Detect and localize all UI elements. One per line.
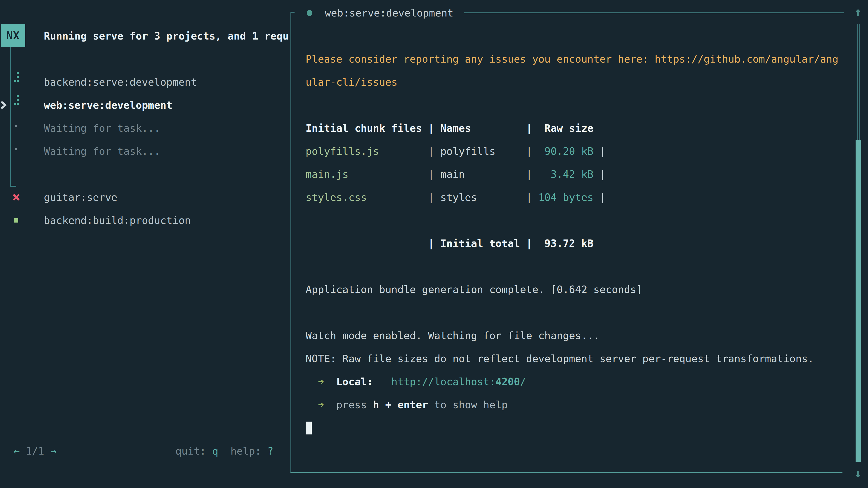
panel-border-left <box>290 12 291 473</box>
task-row[interactable]: backend:serve:development <box>0 70 290 94</box>
task-row[interactable]: Waiting for task... <box>0 117 290 140</box>
hint-label: help: <box>218 445 268 457</box>
task-row[interactable]: guitar:serve <box>0 186 290 209</box>
scroll-down-icon[interactable]: ↓ <box>853 467 863 480</box>
pending-dot-icon <box>15 148 17 150</box>
page-indicator: 1/1 <box>20 445 44 457</box>
spinner-icon <box>13 95 19 105</box>
terminal-output: Please consider reporting any issues you… <box>306 2 838 440</box>
nx-tui-screen: NX Running serve for 3 projects, and 1 r… <box>0 0 868 488</box>
task-label: backend:build:production <box>44 209 191 232</box>
page-next-icon[interactable]: → <box>44 445 57 457</box>
error-cross-icon <box>13 194 20 201</box>
hint-key: ? <box>267 445 273 457</box>
task-row[interactable]: web:serve:development <box>0 94 290 117</box>
hint-key: q <box>212 445 218 457</box>
pagination: ← 1/1 → <box>7 440 57 463</box>
task-label: web:serve:development <box>44 94 173 117</box>
footer-hints: quit: q help: ? <box>176 440 274 463</box>
success-square-icon <box>14 218 18 223</box>
task-label: guitar:serve <box>44 186 117 209</box>
task-row[interactable]: Waiting for task... <box>0 140 290 163</box>
hint-label: quit: <box>176 445 212 457</box>
task-label: backend:serve:development <box>44 70 197 94</box>
task-label: Waiting for task... <box>44 117 160 140</box>
page-prev-icon[interactable]: ← <box>7 445 20 457</box>
scroll-up-icon[interactable]: ↑ <box>853 6 863 18</box>
spinner-icon <box>13 72 19 82</box>
terminal-cursor <box>306 422 312 434</box>
task-label: Waiting for task... <box>44 140 160 163</box>
panel-border-bottom <box>290 472 842 473</box>
task-row[interactable]: backend:build:production <box>0 209 290 232</box>
panel-border-top <box>290 12 294 13</box>
pending-dot-icon <box>15 125 17 127</box>
sidebar-title: Running serve for 3 projects, and 1 requ <box>44 24 289 48</box>
scrollbar-thumb[interactable] <box>856 140 861 462</box>
scrollbar-track[interactable] <box>857 24 860 140</box>
nx-logo: NX <box>1 24 25 47</box>
